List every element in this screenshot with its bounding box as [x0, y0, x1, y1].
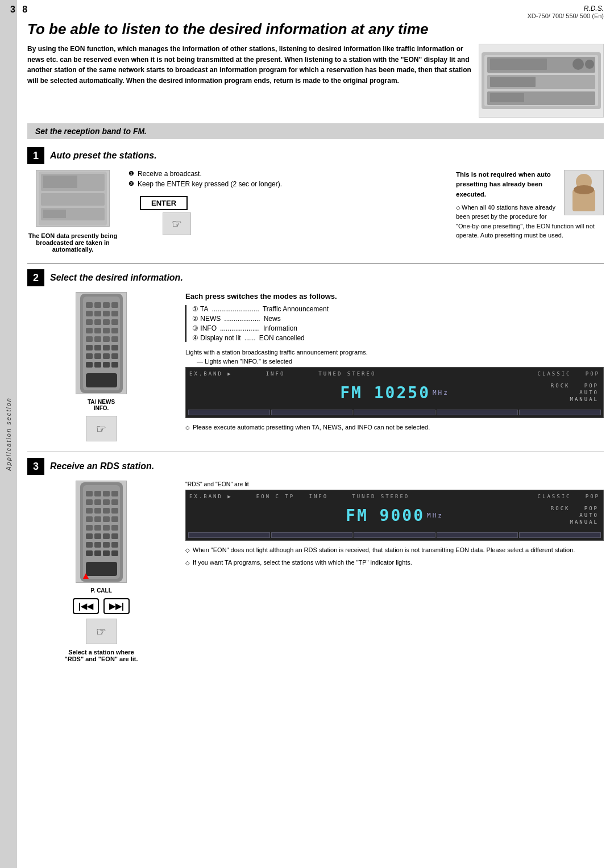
pcall-prev-button[interactable]: |◀◀: [73, 598, 99, 614]
svg-rect-82: [103, 542, 110, 548]
page-number: 3 8: [10, 5, 30, 15]
svg-rect-24: [111, 302, 118, 308]
mode-news-num: ② NEWS: [192, 315, 221, 323]
step2-number: 2: [27, 269, 44, 286]
step3-content: P. CALL |◀◀ ▶▶| ☞ Select a station where…: [27, 481, 604, 662]
main-content: To be able to listen to the desired info…: [17, 0, 614, 673]
svg-rect-48: [111, 353, 118, 359]
display-section: Lights with a station broadcasting traff…: [185, 349, 604, 432]
sidebar: Application section: [0, 0, 17, 868]
step3-remote-image: [76, 481, 127, 583]
svg-rect-9: [490, 93, 524, 102]
step1-number: 1: [27, 147, 44, 164]
svg-rect-58: [103, 491, 110, 496]
intro-device-image: [479, 44, 604, 118]
step3-right: "RDS" and "EON" are lit EX.BAND ▶ EON C …: [185, 481, 604, 662]
svg-rect-71: [111, 516, 118, 522]
svg-rect-36: [111, 328, 118, 333]
display-mhz: MHz: [433, 389, 449, 397]
modes-list: ① TA ......................... Traffic A…: [185, 305, 604, 342]
svg-rect-40: [111, 336, 118, 342]
svg-rect-52: [111, 362, 118, 368]
svg-rect-38: [94, 336, 101, 342]
svg-rect-43: [103, 345, 110, 350]
svg-rect-27: [103, 311, 110, 316]
svg-rect-74: [103, 525, 110, 531]
step3-display-right-icons: ROCK POP AUTO MANUAL: [551, 506, 599, 525]
mode-news-desc: News: [264, 315, 281, 323]
svg-rect-21: [86, 302, 93, 308]
mode-item-display-not-lit: ④ Display not lit ...... EON cancelled: [192, 334, 604, 342]
remote-control-image: [76, 292, 127, 394]
mode-info-desc: Information: [263, 324, 297, 332]
section-divider-2: [27, 452, 604, 452]
svg-rect-79: [111, 533, 118, 539]
svg-rect-59: [111, 491, 118, 496]
ta-news-info-label: TA/ NEWSINFO.: [88, 399, 115, 411]
svg-rect-53: [86, 373, 117, 387]
svg-rect-69: [94, 516, 101, 522]
svg-rect-3: [490, 59, 547, 70]
svg-rect-67: [111, 508, 118, 514]
display-note-2-text: Lights when "INFO." is selected: [205, 358, 292, 365]
step1-middle: Receive a broadcast. Keep the ENTER key …: [128, 170, 446, 253]
step1-header: 1 Auto preset the stations.: [27, 147, 604, 164]
svg-rect-25: [86, 311, 93, 316]
mode-item-ta: ① TA ......................... Traffic A…: [192, 305, 604, 313]
svg-rect-28: [111, 311, 118, 316]
mode-item-info: ③ INFO ..................... Information: [192, 324, 604, 332]
svg-rect-39: [103, 336, 110, 342]
pcall-buttons: |◀◀ ▶▶|: [73, 598, 130, 614]
svg-rect-47: [103, 353, 110, 359]
modes-header: Each press switches the modes as follows…: [185, 292, 604, 301]
step3-display-bars: [188, 532, 601, 538]
step1-left: The EON data presently being broadcasted…: [27, 170, 118, 253]
rds-label: R.D.S.: [584, 5, 604, 12]
step3-header: 3 Receive an RDS station.: [27, 458, 604, 475]
model-number: XD-750/ 700/ 550/ 500 (En): [527, 12, 604, 19]
step1-caption: The EON data presently being broadcasted…: [27, 232, 118, 253]
step3-number: 3: [27, 458, 44, 475]
svg-rect-45: [86, 353, 93, 359]
svg-rect-73: [94, 525, 101, 531]
svg-rect-60: [86, 499, 93, 505]
svg-rect-37: [86, 336, 93, 342]
display-frequency: FM 10250: [340, 383, 430, 402]
svg-rect-64: [86, 508, 93, 514]
step2-right: Each press switches the modes as follows…: [185, 292, 604, 441]
svg-rect-41: [86, 345, 93, 350]
svg-rect-76: [86, 533, 93, 539]
pcall-next-button[interactable]: ▶▶|: [103, 598, 130, 614]
svg-rect-78: [103, 533, 110, 539]
svg-rect-23: [103, 302, 110, 308]
intro-section: By using the EON function, which manages…: [27, 44, 604, 118]
step3-instruction-label: Select a station where "RDS" and "EON" a…: [61, 649, 141, 662]
svg-rect-68: [86, 516, 93, 522]
step3-display-mhz: MHz: [427, 512, 443, 519]
svg-point-4: [572, 59, 584, 70]
rds-eon-note: "RDS" and "EON" are lit: [185, 481, 604, 487]
svg-rect-7: [490, 77, 536, 87]
svg-rect-31: [103, 319, 110, 325]
mode-ta-num: ① TA: [192, 305, 209, 313]
svg-rect-81: [94, 542, 101, 548]
svg-rect-63: [111, 499, 118, 505]
svg-rect-65: [94, 508, 101, 514]
section-divider-1: [27, 263, 604, 264]
step2-left: TA/ NEWSINFO. ☞: [27, 292, 175, 441]
svg-rect-13: [41, 193, 105, 206]
svg-rect-72: [86, 525, 93, 531]
bottom-note-1-text: When "EON" does not light although an RD…: [193, 546, 575, 553]
svg-rect-32: [111, 319, 118, 325]
page-title: To be able to listen to the desired info…: [27, 20, 604, 38]
display-bars: [188, 410, 601, 415]
svg-rect-34: [94, 328, 101, 333]
svg-rect-35: [103, 328, 110, 333]
svg-rect-86: [103, 550, 110, 556]
step1-instruction-2: Keep the ENTER key pressed (2 sec or lon…: [128, 180, 446, 188]
pcall-label: P. CALL: [90, 587, 112, 594]
svg-rect-42: [94, 345, 101, 350]
hand-press-icon: ☞: [163, 212, 191, 235]
svg-rect-49: [86, 362, 93, 368]
svg-rect-57: [94, 491, 101, 496]
